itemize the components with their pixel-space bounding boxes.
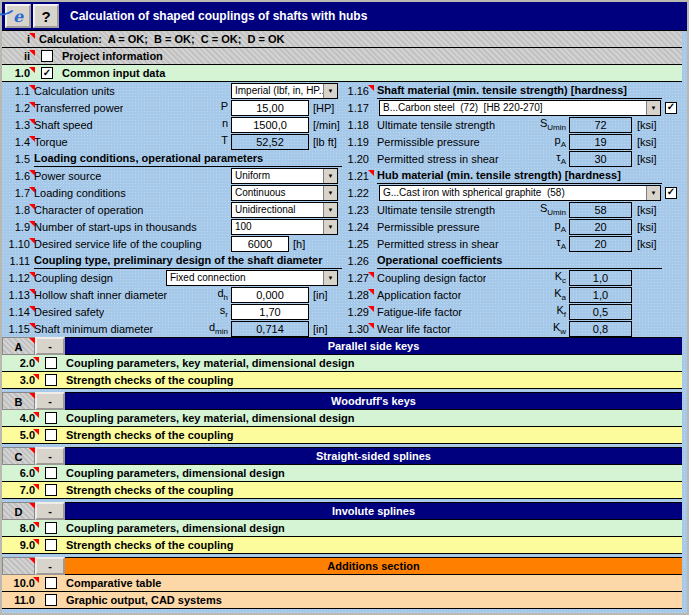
row-number: 1.6 (2, 170, 34, 182)
section-7-checkbox[interactable] (45, 484, 57, 496)
section-5-checkbox[interactable] (45, 429, 57, 441)
section-2-checkbox[interactable] (45, 357, 57, 369)
symbol: n (222, 117, 231, 132)
row-9-0: 9.0 Strength checks of the coupling (2, 537, 682, 554)
loading-conditions-select[interactable]: Continuous ▼ (231, 185, 338, 201)
comment-marker-icon (33, 357, 39, 363)
row-1-7-loading-conditions: 1.7 Loading conditions Continuous ▼ (2, 184, 343, 201)
dropdown-arrow-icon[interactable]: ▼ (323, 84, 337, 98)
row-label: Shaft speed (34, 119, 93, 131)
dropdown-arrow-icon[interactable]: ▼ (646, 186, 660, 200)
row-8-0: 8.0 Coupling parameters, dimensional des… (2, 520, 682, 537)
symbol: τA (556, 236, 569, 251)
dropdown-arrow-icon[interactable]: ▼ (323, 220, 337, 234)
row-i-status: i Calculation: A = OK; B = OK; C = OK; D… (2, 31, 682, 48)
row-label: Loading conditions (34, 187, 126, 199)
comparative-table-checkbox[interactable] (45, 577, 57, 589)
dropdown-arrow-icon[interactable]: ▼ (323, 169, 337, 183)
row-label: Permitted stress in shear (377, 153, 499, 165)
row-ii-project: ii Project information (2, 48, 682, 65)
comment-marker-icon (29, 272, 35, 278)
row-label: Calculation units (34, 85, 115, 97)
hub-tensile-strength-value: 58 (569, 202, 632, 218)
row-number: 1.19 (343, 136, 373, 148)
comment-marker-icon (29, 306, 35, 312)
graphic-output-checkbox[interactable] (45, 594, 57, 606)
row-label: Transferred power (34, 102, 123, 114)
dropdown-arrow-icon[interactable]: ▼ (323, 203, 337, 217)
collapse-section-a-button[interactable]: - (35, 337, 65, 355)
calculation-units-select[interactable]: Imperial (lbf, in, HP... ▼ (231, 83, 338, 99)
common-input-grid: 1.1 Calculation units Imperial (lbf, in,… (2, 82, 682, 337)
comment-marker-icon (368, 289, 374, 295)
collapse-section-d-button[interactable]: - (35, 502, 65, 520)
selected-value: Imperial (lbf, in, HP... (232, 85, 323, 96)
row-number: 7.0 (2, 484, 38, 496)
service-life-input[interactable]: 6000 (231, 236, 289, 252)
row-1-24-hub-permissible-pressure: 1.24 Permissible pressure pA 20 [ksi] (343, 218, 682, 235)
hollow-shaft-diameter-input[interactable]: 0,000 (231, 287, 309, 303)
startups-select[interactable]: 100 ▼ (231, 219, 338, 235)
row-number: 1.13 (2, 289, 34, 301)
hub-material-checkbox[interactable]: ✓ (665, 187, 677, 199)
collapse-section-b-button[interactable]: - (35, 392, 65, 410)
unit-label: [ksi] (632, 238, 682, 250)
comment-marker-icon (29, 85, 35, 91)
wear-life-factor-value: 0,8 (569, 321, 632, 337)
row-number: 1.1 (2, 85, 34, 97)
collapse-section-c-button[interactable]: - (35, 447, 65, 465)
row-number: 1.0 (2, 67, 34, 79)
row-label: Application factor (377, 289, 461, 301)
dropdown-arrow-icon[interactable]: ▼ (323, 271, 337, 285)
project-information-checkbox[interactable] (41, 50, 53, 62)
symbol: sr (220, 304, 231, 319)
row-number: 1.14 (2, 306, 34, 318)
transferred-power-input[interactable]: 15,00 (231, 100, 309, 116)
row-1-16-shaft-material-header: 1.16 Shaft material (min. tensile streng… (343, 82, 682, 99)
section-4-checkbox[interactable] (45, 412, 57, 424)
shaft-material-checkbox[interactable]: ✓ (665, 102, 677, 114)
coupling-design-select[interactable]: Fixed connection ▼ (166, 270, 338, 286)
help-button[interactable]: ? (33, 4, 59, 28)
row-1-27-coupling-design-factor: 1.27 Coupling design factor Kc 1,0 (343, 269, 682, 286)
fatigue-life-factor-value: 0,5 (569, 304, 632, 320)
browser-button[interactable]: e (5, 4, 31, 28)
power-source-select[interactable]: Uniform ▼ (231, 168, 338, 184)
dropdown-arrow-icon[interactable]: ▼ (323, 186, 337, 200)
comment-marker-icon (33, 539, 39, 545)
symbol: τA (556, 151, 569, 166)
section-letter-c: C (2, 447, 35, 465)
row-number: 1.24 (343, 221, 373, 233)
section-9-checkbox[interactable] (45, 539, 57, 551)
comment-marker-icon (368, 170, 374, 176)
section-letter-b: B (2, 392, 35, 410)
common-input-checkbox[interactable]: ✓ (41, 67, 53, 79)
row-1-5-loading-header: 1.5 Loading conditions, operational para… (2, 150, 343, 167)
row-1-20-shaft-shear-stress: 1.20 Permitted stress in shear τA 30 [ks… (343, 150, 682, 167)
row-1-9-startups: 1.9 Number of start-ups in thousands 100… (2, 218, 343, 235)
collapse-additions-button[interactable]: - (35, 557, 65, 575)
row-label: Comparative table (66, 577, 161, 589)
selected-value: 100 (232, 221, 323, 232)
section-8-checkbox[interactable] (45, 522, 57, 534)
section-a-header-row: A - Parallel side keys (2, 337, 682, 355)
shaft-material-select[interactable]: B...Carbon steel (72) [HB 220-270] ▼ (379, 100, 661, 116)
left-column: 1.1 Calculation units Imperial (lbf, in,… (2, 82, 343, 337)
section-d-header-row: D - Involute splines (2, 502, 682, 520)
section-3-checkbox[interactable] (45, 374, 57, 386)
hub-material-select[interactable]: G...Cast iron with spherical graphite (5… (379, 185, 661, 201)
section-6-checkbox[interactable] (45, 467, 57, 479)
comment-marker-icon (29, 221, 35, 227)
comment-marker-icon (29, 50, 35, 56)
comment-marker-icon (33, 374, 39, 380)
row-label: Coupling parameters, dimensional design (66, 467, 285, 479)
desired-safety-input[interactable]: 1,70 (231, 304, 309, 320)
additions-section-header-row: - Additions section (2, 557, 682, 575)
row-number: 1.17 (343, 102, 373, 114)
row-1-3-shaft-speed: 1.3 Shaft speed n 1500,0 [/min] (2, 116, 343, 133)
comment-marker-icon (29, 170, 35, 176)
character-of-operation-select[interactable]: Unidirectional ▼ (231, 202, 338, 218)
shaft-speed-input[interactable]: 1500,0 (231, 117, 309, 133)
title-bar: e ? Calculation of shaped couplings of s… (2, 2, 687, 31)
dropdown-arrow-icon[interactable]: ▼ (646, 101, 660, 115)
